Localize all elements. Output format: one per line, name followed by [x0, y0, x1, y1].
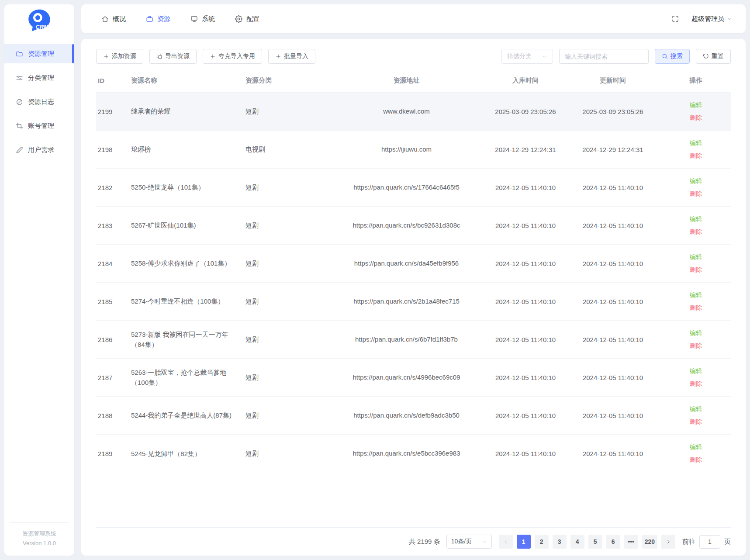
sidebar-item-account-management[interactable]: 账号管理 [4, 116, 74, 135]
goto-page-input[interactable] [699, 535, 720, 549]
category-filter-placeholder: 筛选分类 [507, 52, 532, 60]
sidebar-item-user-requests[interactable]: 用户需求 [4, 140, 74, 159]
cell-category: 短剧 [245, 283, 331, 321]
sidebar-item-label: 分类管理 [28, 74, 54, 82]
cell-url: https://pan.quark.cn/s/2b1a48fec715 [331, 283, 482, 321]
resource-url: https://pan.quark.cn/s/4996bec69c09 [353, 373, 460, 383]
delete-link[interactable]: 删除 [657, 228, 731, 236]
category-filter-select[interactable]: 筛选分类 [501, 49, 553, 64]
tab-resources[interactable]: 资源 [146, 15, 170, 23]
column-header: 操作 [657, 68, 731, 93]
chevron-down-icon [482, 539, 487, 544]
edit-link[interactable]: 编辑 [657, 215, 731, 223]
page-button-2[interactable]: 2 [535, 535, 549, 549]
fullscreen-icon[interactable] [671, 15, 679, 23]
cell-name: 5267-旷世医仙(101集) [131, 207, 245, 245]
toolbar: 添加资源导出资源夸克导入专用批量导入 筛选分类 搜索 重置 [96, 49, 731, 64]
delete-link[interactable]: 删除 [657, 190, 731, 198]
next-page-button[interactable] [661, 535, 675, 549]
cell-id: 2187 [96, 359, 131, 397]
cell-url: https://pan.quark.cn/s/da45efb9f956 [331, 245, 482, 283]
sidebar-footer: 资源管理系统 Version 1.0.0 [10, 522, 69, 556]
prev-page-button[interactable] [499, 535, 513, 549]
batch-import-button[interactable]: 批量导入 [268, 49, 315, 64]
table-header-row: ID资源名称资源分类资源地址入库时间更新时间操作 [96, 68, 731, 93]
folder-icon [16, 50, 23, 58]
export-resource-button[interactable]: 导出资源 [149, 49, 197, 64]
user-name: 超级管理员 [691, 15, 724, 23]
tab-config[interactable]: 配置 [235, 15, 259, 23]
edit-link[interactable]: 编辑 [657, 443, 731, 451]
top-bar: 概况资源系统配置 超级管理员 [81, 4, 746, 33]
sidebar-item-resource-management[interactable]: 资源管理 [4, 44, 74, 63]
cell-category: 短剧 [245, 397, 331, 435]
delete-link[interactable]: 删除 [657, 342, 731, 350]
add-resource-button[interactable]: 添加资源 [96, 49, 143, 64]
goto-label: 前往 [682, 538, 695, 546]
search-icon [662, 53, 668, 59]
cell-name: 5263-一胎双宝，抢个总裁当爹地（100集） [131, 359, 245, 397]
edit-link[interactable]: 编辑 [657, 139, 731, 147]
briefcase-icon [146, 15, 153, 23]
table-body: 2199继承者的荣耀短剧www.dkewl.com2025-03-09 23:0… [96, 93, 731, 473]
reset-button[interactable]: 重置 [696, 49, 731, 64]
cell-actions: 编辑删除 [657, 397, 731, 435]
cell-name: 5274-今时重逢不相逢（100集） [131, 283, 245, 321]
cell-category: 短剧 [245, 321, 331, 359]
top-nav-tabs: 概况资源系统配置 [101, 15, 259, 23]
page-button-5[interactable]: 5 [588, 535, 602, 549]
user-menu[interactable]: 超级管理员 [691, 15, 733, 23]
delete-link[interactable]: 删除 [657, 418, 731, 426]
edit-link[interactable]: 编辑 [657, 329, 731, 337]
button-label: 添加资源 [112, 52, 136, 60]
cell-created_at: 2024-12-05 11:40:10 [482, 397, 569, 435]
tab-system[interactable]: 系统 [190, 15, 215, 23]
keyword-search-input[interactable] [559, 49, 649, 64]
app-logo: CRM [4, 4, 74, 37]
cell-url: https://ijiuwu.com [331, 131, 482, 169]
sidebar: CRM 资源管理分类管理资源日志账号管理用户需求 资源管理系统 Version … [4, 4, 74, 556]
cell-actions: 编辑删除 [657, 435, 731, 473]
page-button-6[interactable]: 6 [606, 535, 620, 549]
page-button-220[interactable]: 220 [642, 535, 657, 549]
page-size-value: 10条/页 [451, 538, 472, 546]
system-name: 资源管理系统 [10, 529, 69, 539]
edit-link[interactable]: 编辑 [657, 291, 731, 299]
edit-link[interactable]: 编辑 [657, 253, 731, 261]
delete-link[interactable]: 删除 [657, 266, 731, 274]
cell-name: 5258-傅少求求你别虐了（101集） [131, 245, 245, 283]
total-count-label: 共 2199 条 [409, 538, 440, 546]
sidebar-nav: 资源管理分类管理资源日志账号管理用户需求 [4, 44, 74, 159]
sidebar-item-category-management[interactable]: 分类管理 [4, 68, 74, 87]
cell-updated_at: 2024-12-05 11:40:10 [569, 283, 657, 321]
page-button-4[interactable]: 4 [570, 535, 584, 549]
quark-import-button[interactable]: 夸克导入专用 [203, 49, 262, 64]
delete-link[interactable]: 删除 [657, 152, 731, 160]
delete-link[interactable]: 删除 [657, 304, 731, 312]
cell-actions: 编辑删除 [657, 321, 731, 359]
cell-id: 2184 [96, 245, 131, 283]
page-size-select[interactable]: 10条/页 [446, 535, 492, 549]
edit-link[interactable]: 编辑 [657, 177, 731, 185]
tab-overview[interactable]: 概况 [101, 15, 126, 23]
column-header: ID [96, 68, 131, 93]
edit-link[interactable]: 编辑 [657, 405, 731, 413]
edit-link[interactable]: 编辑 [657, 101, 731, 109]
cell-created_at: 2025-03-09 23:05:26 [482, 93, 569, 131]
gear-icon [235, 15, 242, 23]
page-button-3[interactable]: 3 [553, 535, 567, 549]
column-header: 资源地址 [331, 68, 482, 93]
delete-link[interactable]: 删除 [657, 456, 731, 464]
cell-url: https://pan.quark.cn/s/17664c6465f5 [331, 169, 482, 207]
delete-link[interactable]: 删除 [657, 114, 731, 122]
column-header: 资源名称 [131, 68, 245, 93]
page-button-1[interactable]: 1 [517, 535, 531, 549]
delete-link[interactable]: 删除 [657, 380, 731, 388]
more-pages-button[interactable]: ••• [624, 535, 638, 549]
cell-url: https://pan.quark.cn/s/defb9adc3b50 [331, 397, 482, 435]
search-button-label: 搜索 [671, 52, 683, 60]
sidebar-item-resource-log[interactable]: 资源日志 [4, 92, 74, 111]
search-button[interactable]: 搜索 [655, 49, 690, 64]
sidebar-item-label: 账号管理 [28, 122, 54, 130]
edit-link[interactable]: 编辑 [657, 367, 731, 375]
